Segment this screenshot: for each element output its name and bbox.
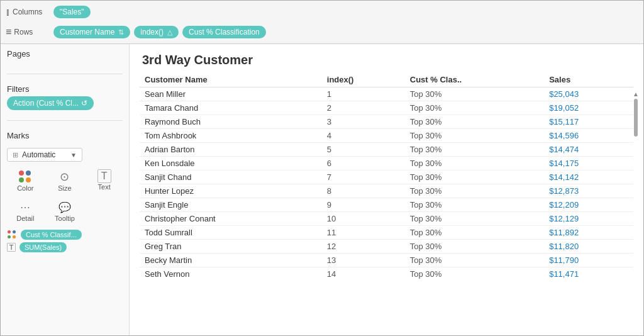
cell-sales: $14,175 (544, 157, 633, 171)
cell-classification: Top 30% (405, 157, 544, 171)
cell-sales: $11,790 (544, 254, 633, 267)
classification-pill[interactable]: Cust % Classification (182, 26, 266, 38)
index-pill-label: index() (140, 28, 164, 36)
columns-text: Columns (13, 8, 42, 16)
filter-action-pill[interactable]: Action (Cust % Cl... ↺ (7, 96, 94, 110)
cell-index: 13 (322, 254, 405, 267)
customer-name-pill[interactable]: Customer Name ⇅ (53, 26, 130, 38)
marks-detail-item[interactable]: ⋯ Detail (7, 197, 44, 225)
cell-classification: Top 30% (405, 129, 544, 143)
col-header-index: index() (322, 72, 405, 87)
rows-text: Rows (14, 28, 33, 36)
sort-icon: ⇅ (118, 28, 124, 36)
marks-dropdown-label: Automatic (22, 150, 67, 159)
cell-classification: Top 30% (405, 115, 544, 129)
marks-color-icon (18, 169, 33, 184)
marks-field-sales: T SUM(Sales) (7, 242, 123, 252)
cell-index: 10 (322, 212, 405, 226)
marks-items-grid: Color ⊙ Size T Text ⋯ Detail (7, 167, 123, 225)
data-table: Customer Name index() Cust % Clas.. Sale… (140, 72, 633, 281)
cell-index: 7 (322, 171, 405, 184)
marks-tooltip-item[interactable]: 💬 Tooltip (47, 197, 84, 225)
cell-classification: Top 30% (405, 226, 544, 240)
cell-customer-name: Hunter Lopez (140, 184, 322, 198)
table-wrapper: Customer Name index() Cust % Clas.. Sale… (130, 72, 643, 335)
cell-sales: $14,142 (544, 171, 633, 184)
cell-customer-name: Tom Ashbrook (140, 129, 322, 143)
index-pill[interactable]: index() △ (134, 26, 179, 38)
table-row: Sanjit Engle9Top 30%$12,209 (140, 198, 633, 212)
cell-classification: Top 30% (405, 198, 544, 212)
cell-index: 5 (322, 143, 405, 157)
customer-name-pill-label: Customer Name (60, 28, 114, 36)
marks-size-item[interactable]: ⊙ Size (47, 167, 84, 194)
cell-customer-name: Greg Tran (140, 240, 322, 254)
cell-index: 14 (322, 267, 405, 281)
divider-1 (7, 74, 123, 74)
cell-index: 2 (322, 101, 405, 115)
cell-index: 1 (322, 87, 405, 101)
marks-title: Marks (7, 131, 123, 140)
table-row: Adrian Barton5Top 30%$14,474 (140, 143, 633, 157)
table-row: Greg Tran12Top 30%$11,820 (140, 240, 633, 254)
cell-sales: $11,471 (544, 267, 633, 281)
cell-customer-name: Ken Lonsdale (140, 157, 322, 171)
cell-classification: Top 30% (405, 143, 544, 157)
cell-customer-name: Sanjit Chand (140, 171, 322, 184)
cell-index: 8 (322, 184, 405, 198)
cell-sales: $14,474 (544, 143, 633, 157)
cell-sales: $12,129 (544, 212, 633, 226)
view-title: 3rd Way Customer (130, 44, 643, 72)
pages-title: Pages (7, 49, 123, 59)
cell-index: 6 (322, 157, 405, 171)
cell-classification: Top 30% (405, 101, 544, 115)
scroll-indicator[interactable]: ▲ (633, 91, 638, 335)
marks-text-icon: T (97, 169, 111, 183)
table-row: Christopher Conant10Top 30%$12,129 (140, 212, 633, 226)
pages-section: Pages (7, 49, 123, 61)
cell-customer-name: Adrian Barton (140, 143, 322, 157)
filters-title: Filters (7, 84, 123, 94)
filters-section: Filters Action (Cust % Cl... ↺ (7, 84, 123, 110)
cell-customer-name: Sanjit Engle (140, 198, 322, 212)
cell-index: 3 (322, 115, 405, 129)
cell-sales: $12,209 (544, 198, 633, 212)
cell-sales: $12,873 (544, 184, 633, 198)
toolbar: Columns "Sales" Rows Customer Name ⇅ ind… (1, 1, 643, 44)
classification-pill-label: Cust % Classification (189, 28, 260, 36)
cell-classification: Top 30% (405, 184, 544, 198)
chevron-down-icon: ▼ (70, 152, 77, 159)
table-row: Raymond Buch3Top 30%$15,117 (140, 115, 633, 129)
cell-sales: $25,043 (544, 87, 633, 101)
cell-classification: Top 30% (405, 240, 544, 254)
sum-sales-icon: T (7, 243, 16, 252)
marks-color-item[interactable]: Color (7, 167, 44, 194)
cell-classification: Top 30% (405, 254, 544, 267)
cell-index: 4 (322, 129, 405, 143)
table-row: Hunter Lopez8Top 30%$12,873 (140, 184, 633, 198)
rows-label: Rows (6, 26, 50, 38)
rows-row: Rows Customer Name ⇅ index() △ Cust % Cl… (6, 23, 638, 41)
sum-sales-pill[interactable]: SUM(Sales) (19, 242, 67, 252)
marks-type-dropdown[interactable]: ⊞ Automatic ▼ (7, 148, 82, 162)
marks-text-item[interactable]: T Text (86, 167, 123, 194)
marks-color-label: Color (17, 184, 33, 192)
marks-detail-label: Detail (16, 215, 34, 222)
sales-pill[interactable]: "Sales" (53, 6, 91, 18)
header-row: Customer Name index() Cust % Clas.. Sale… (140, 72, 633, 87)
scroll-up-arrow[interactable]: ▲ (633, 91, 639, 98)
table-row: Seth Vernon14Top 30%$11,471 (140, 267, 633, 281)
cell-customer-name: Christopher Conant (140, 212, 322, 226)
table-row: Todd Sumrall11Top 30%$11,892 (140, 226, 633, 240)
rows-icon (6, 26, 11, 38)
table-row: Tom Ashbrook4Top 30%$14,596 (140, 129, 633, 143)
cell-sales: $14,596 (544, 129, 633, 143)
cust-classif-pill[interactable]: Cust % Classif... (21, 230, 82, 240)
table-row: Sanjit Chand7Top 30%$14,142 (140, 171, 633, 184)
marks-field-cust: Cust % Classif... (7, 230, 123, 240)
columns-icon (6, 7, 10, 17)
col-header-cust: Cust % Clas.. (405, 72, 544, 87)
divider-2 (7, 120, 123, 121)
scroll-thumb[interactable] (634, 99, 638, 137)
marks-section: Marks ⊞ Automatic ▼ (7, 131, 123, 252)
